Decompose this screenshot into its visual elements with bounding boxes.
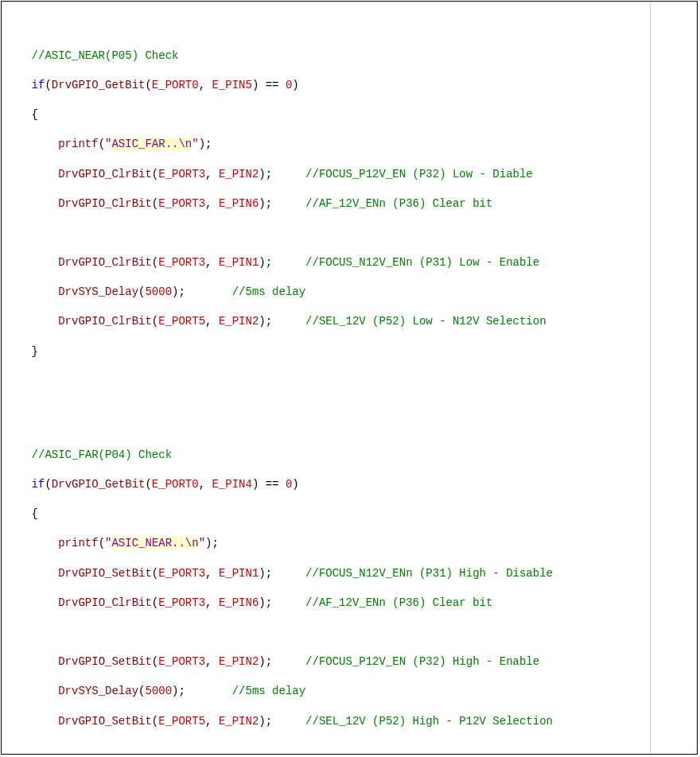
comment: //5ms delay [232,685,305,697]
function-call: DrvGPIO_ClrBit [58,596,152,609]
function-call: DrvSYS_Delay [58,285,138,298]
code-line [5,374,697,389]
code-line: if(DrvGPIO_GetBit(E_PORT0, E_PIN4) == 0) [5,477,697,492]
function-call: printf [58,537,98,549]
keyword-if: if [32,478,45,491]
comment: //ASIC_FAR(P04) Check [32,448,172,461]
arg: E_PIN5 [212,79,251,91]
code-line: //ASIC_NEAR(P05) Check [5,49,697,64]
comment: //SEL_12V (P52) Low - N12V Selection [305,315,546,328]
keyword-if: if [32,79,45,91]
code-line: DrvGPIO_SetBit(E_PORT3, E_PIN2); //FOCUS… [5,654,697,670]
code-line: DrvGPIO_ClrBit(E_PORT3, E_PIN1); //FOCUS… [5,255,697,270]
code-line: DrvGPIO_SetBit(E_PORT3, E_PIN1); //FOCUS… [5,566,697,581]
function-call: DrvGPIO_ClrBit [58,256,152,269]
code-line: DrvGPIO_ClrBit(E_PORT5, E_PIN2); //SEL_1… [5,314,697,329]
function-call: DrvGPIO_GetBit [52,478,146,491]
code-line: DrvGPIO_ClrBit(E_PORT3, E_PIN2); //FOCUS… [5,167,697,182]
code-line: //ASIC_FAR(P04) Check [5,448,697,463]
comment: //ASIC_NEAR(P05) Check [32,49,179,62]
function-call: DrvGPIO_ClrBit [58,315,152,328]
code-line: DrvGPIO_ClrBit(E_PORT3, E_PIN6); //AF_12… [5,196,697,212]
comment: //FOCUS_P12V_EN (P32) High - Enable [305,655,539,668]
string-literal: ASIC_FAR..\n [111,138,192,150]
comment: //FOCUS_N12V_ENn (P31) High - Disable [305,567,553,580]
comment: //FOCUS_P12V_EN (P32) Low - Diable [305,168,533,181]
string-literal: ASIC_NEAR..\n [111,537,198,549]
code-line: printf("ASIC_NEAR..\n"); [5,536,697,551]
comment: //FOCUS_N12V_ENn (P31) Low - Enable [305,256,539,269]
code-line: if(DrvGPIO_GetBit(E_PORT0, E_PIN5) == 0) [5,78,697,93]
code-line: DrvSYS_Delay(5000); //5ms delay [5,285,697,300]
print-margin-ruler [650,2,651,754]
code-line [5,743,697,755]
code-line: printf("ASIC_FAR..\n"); [5,137,697,152]
code-editor[interactable]: //ASIC_NEAR(P05) Check if(DrvGPIO_GetBit… [1,1,698,755]
function-call: DrvGPIO_SetBit [58,715,152,728]
comment: //AF_12V_ENn (P36) Clear bit [305,596,492,609]
code-line [5,226,697,241]
function-call: DrvGPIO_SetBit [58,655,152,668]
comment: //SEL_12V (P52) High - P12V Selection [305,715,553,728]
code-line: DrvGPIO_ClrBit(E_PORT3, E_PIN6); //AF_12… [5,596,697,611]
function-call: DrvGPIO_GetBit [52,79,146,91]
code-line: { [5,107,697,122]
code-line: DrvGPIO_SetBit(E_PORT5, E_PIN2); //SEL_1… [5,714,697,729]
code-line [5,625,697,640]
code-line: DrvSYS_Delay(5000); //5ms delay [5,684,697,699]
function-call: DrvGPIO_ClrBit [58,197,152,210]
comment: //AF_12V_ENn (P36) Clear bit [305,197,492,210]
code-line: { [5,507,697,522]
function-call: DrvSYS_Delay [58,685,138,697]
code-line [5,403,697,418]
code-line: } [5,344,697,359]
arg: E_PORT0 [152,79,199,91]
function-call: DrvGPIO_ClrBit [58,168,152,181]
function-call: DrvGPIO_SetBit [58,567,152,580]
comment: //5ms delay [232,285,305,298]
function-call: printf [58,138,98,150]
